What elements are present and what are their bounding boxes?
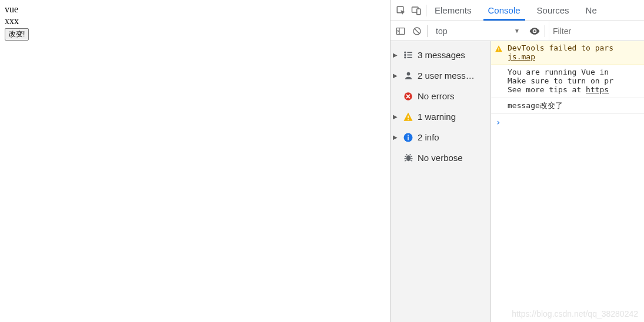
inspect-icon[interactable] <box>395 5 407 16</box>
person-icon <box>403 71 413 81</box>
warning-icon <box>403 112 413 122</box>
sidebar-item-user-messages[interactable]: ▶ 2 user mess… <box>391 65 490 86</box>
tab-network[interactable]: Ne <box>578 1 605 20</box>
chevron-down-icon: ▼ <box>514 28 520 34</box>
svg-point-21 <box>406 155 410 161</box>
svg-rect-20 <box>408 135 409 136</box>
error-icon <box>403 91 413 102</box>
sidebar-item-errors[interactable]: ▶ No errors <box>391 86 490 106</box>
tab-elements[interactable]: Elements <box>426 1 480 20</box>
expand-icon: ▶ <box>393 113 399 120</box>
sidebar-item-messages[interactable]: ▶ 3 messages <box>391 45 490 65</box>
expand-icon: ▶ <box>393 52 399 58</box>
svg-point-12 <box>404 57 405 58</box>
svg-point-7 <box>533 30 535 32</box>
console-prompt[interactable]: › <box>491 114 644 130</box>
sidebar-item-label: No errors <box>418 91 455 101</box>
expand-icon: ▶ <box>393 134 399 140</box>
svg-point-14 <box>406 72 410 76</box>
svg-rect-23 <box>498 51 499 51</box>
devtools-panel: Elements Console Sources Ne top ▼ ▶ <box>390 0 644 322</box>
log-entry-user: message改变了 <box>491 98 644 114</box>
tab-console[interactable]: Console <box>480 1 529 20</box>
sidebar-item-warnings[interactable]: ▶ 1 warning <box>391 106 490 127</box>
console-body: ▶ 3 messages ▶ 2 user mess… ▶ No errors <box>391 41 644 322</box>
sourcemap-link[interactable]: js.map <box>508 52 535 61</box>
list-icon <box>403 50 413 61</box>
svg-point-10 <box>404 55 405 56</box>
console-sidebar: ▶ 3 messages ▶ 2 user mess… ▶ No errors <box>391 41 491 322</box>
tab-sources[interactable]: Sources <box>529 1 578 20</box>
prompt-chevron-icon: › <box>496 118 500 127</box>
log-entry-vue: You are running Vue in Make sure to turn… <box>491 65 644 98</box>
svg-rect-19 <box>408 136 409 140</box>
log-text: DevTools failed to pars js.map <box>508 43 613 61</box>
sidebar-item-info[interactable]: ▶ 2 info <box>391 127 490 147</box>
devtools-tab-bar: Elements Console Sources Ne <box>391 0 644 21</box>
log-line: Make sure to turn on pr <box>508 76 613 85</box>
svg-rect-2 <box>417 9 421 15</box>
console-toolbar: top ▼ <box>391 21 644 41</box>
bug-icon <box>403 153 413 163</box>
sidebar-item-label: 1 warning <box>418 112 456 122</box>
log-text: message改变了 <box>508 101 563 110</box>
page-viewport: vue xxx 改变! <box>0 0 390 322</box>
context-selector[interactable]: top ▼ <box>431 26 525 36</box>
sidebar-item-label: 2 info <box>418 132 439 142</box>
text-line-2: xxx <box>5 15 385 27</box>
svg-rect-17 <box>408 119 409 120</box>
svg-rect-22 <box>498 48 499 50</box>
svg-point-8 <box>404 52 405 53</box>
sidebar-item-label: 2 user mess… <box>418 71 475 80</box>
log-line: You are running Vue in <box>508 68 609 76</box>
device-toggle-icon[interactable] <box>411 5 422 16</box>
sidebar-item-verbose[interactable]: ▶ No verbose <box>391 147 490 168</box>
filter-field[interactable] <box>549 21 640 41</box>
separator <box>427 25 428 37</box>
toggle-sidebar-icon[interactable] <box>394 25 407 38</box>
warning-icon <box>495 45 503 61</box>
change-button[interactable]: 改变! <box>5 28 29 41</box>
log-warn-text: DevTools failed to pars <box>508 43 613 52</box>
tips-link[interactable]: https <box>586 85 609 94</box>
log-line: See more tips at <box>508 85 586 94</box>
filter-input[interactable] <box>553 26 637 36</box>
separator <box>545 25 545 37</box>
live-expression-icon[interactable] <box>528 25 541 38</box>
console-log[interactable]: DevTools failed to pars js.map You are r… <box>491 41 644 322</box>
clear-console-icon[interactable] <box>411 25 423 38</box>
expand-icon: ▶ <box>393 72 399 79</box>
context-selected-label: top <box>436 26 447 36</box>
sidebar-item-label: No verbose <box>418 153 463 163</box>
text-line-1: vue <box>5 4 385 15</box>
svg-rect-16 <box>408 115 409 118</box>
log-entry-warning: DevTools failed to pars js.map <box>491 41 644 65</box>
svg-line-6 <box>415 29 419 33</box>
info-icon <box>403 132 413 143</box>
sidebar-item-label: 3 messages <box>418 50 465 60</box>
svg-rect-3 <box>396 28 404 34</box>
